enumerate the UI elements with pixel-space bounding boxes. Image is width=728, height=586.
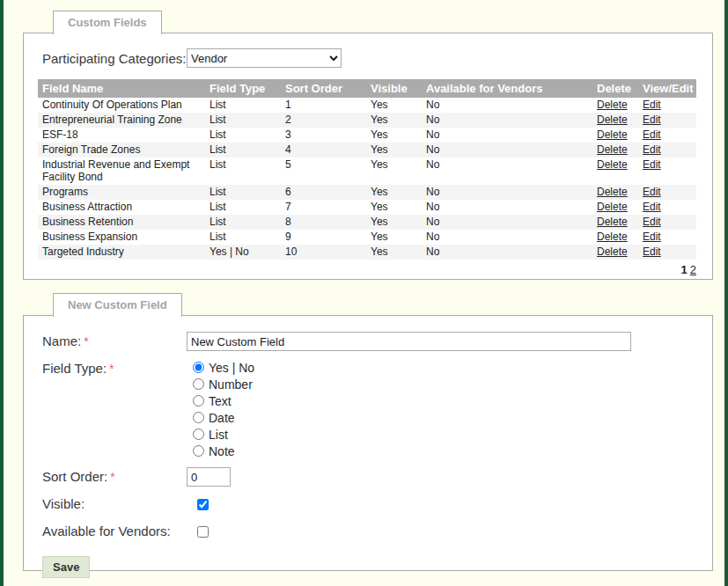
available-for-vendors-row: Available for Vendors: [42, 522, 712, 541]
cell-sort: 3 [281, 128, 366, 143]
visible-label: Visible: [42, 494, 187, 514]
field-type-radio[interactable] [193, 429, 204, 440]
visible-checkbox[interactable] [197, 499, 209, 510]
table-row: Business AttractionList7YesNoDeleteEdit [38, 200, 696, 215]
edit-link[interactable]: Edit [643, 114, 661, 126]
delete-link-cell: Delete [592, 128, 638, 143]
cell-vendors: No [422, 215, 592, 230]
field-type-radio[interactable] [193, 362, 204, 373]
delete-link-cell: Delete [592, 245, 638, 260]
cell-visible: Yes [366, 113, 422, 128]
cell-visible: Yes [366, 143, 422, 157]
field-type-radio[interactable] [193, 445, 204, 457]
field-type-option-label: Number [209, 377, 253, 392]
delete-link[interactable]: Delete [597, 216, 628, 228]
delete-link[interactable]: Delete [597, 143, 628, 156]
table-row: Business RetentionList8YesNoDeleteEdit [38, 215, 696, 230]
delete-link[interactable]: Delete [597, 158, 628, 171]
column-header: Visible [366, 79, 422, 98]
delete-link-cell: Delete [592, 143, 638, 157]
cell-visible: Yes [366, 200, 422, 215]
save-button[interactable]: Save [42, 556, 90, 578]
edit-link[interactable]: Edit [643, 186, 661, 198]
cell-visible: Yes [366, 185, 422, 200]
sort-order-input[interactable] [187, 467, 231, 487]
cell-visible: Yes [366, 230, 422, 245]
field-type-option[interactable]: Yes | No [193, 359, 254, 376]
edit-link[interactable]: Edit [643, 143, 661, 156]
cell-name: Business Attraction [38, 200, 205, 215]
cell-name: Foreign Trade Zones [38, 143, 205, 157]
cell-name: Business Expansion [38, 230, 205, 245]
edit-link-cell: Edit [638, 245, 696, 260]
page: Custom Fields Participating Categories: … [0, 0, 728, 586]
delete-link[interactable]: Delete [597, 99, 628, 111]
delete-link-cell: Delete [592, 185, 638, 200]
cell-name: ESF-18 [38, 128, 205, 143]
field-type-required-marker: * [109, 362, 114, 376]
edit-link[interactable]: Edit [643, 231, 661, 243]
edit-link[interactable]: Edit [643, 158, 661, 171]
cell-sort: 6 [281, 185, 366, 200]
field-type-option[interactable]: Text [193, 392, 254, 409]
cell-type: List [205, 113, 281, 128]
delete-link[interactable]: Delete [597, 245, 628, 258]
cell-sort: 8 [281, 215, 366, 230]
delete-link[interactable]: Delete [597, 186, 628, 198]
cell-vendors: No [422, 143, 592, 157]
cell-sort: 7 [281, 200, 366, 215]
edit-link[interactable]: Edit [643, 201, 661, 213]
cell-visible: Yes [366, 215, 422, 230]
field-type-label-text: Field Type: [42, 361, 107, 376]
edit-link[interactable]: Edit [643, 216, 661, 228]
field-type-option-label: List [209, 428, 228, 442]
table-row: Continuity Of Operations PlanList1YesNoD… [38, 98, 696, 113]
cell-type: List [205, 143, 281, 157]
delete-link[interactable]: Delete [597, 231, 628, 243]
available-for-vendors-label: Available for Vendors: [42, 522, 187, 541]
participating-categories-select[interactable]: Vendor [187, 48, 342, 68]
field-type-option[interactable]: List [193, 426, 254, 443]
edit-link[interactable]: Edit [643, 128, 661, 141]
edit-link[interactable]: Edit [643, 99, 661, 111]
edit-link[interactable]: Edit [643, 245, 661, 258]
sort-order-label: Sort Order:* [42, 467, 187, 487]
available-for-vendors-checkbox[interactable] [197, 526, 209, 538]
edit-link-cell: Edit [638, 113, 696, 128]
cell-visible: Yes [366, 98, 422, 113]
sort-order-row: Sort Order:* [42, 467, 712, 487]
field-type-row: Field Type:* Yes | NoNumberTextDateListN… [42, 359, 712, 459]
field-type-radio[interactable] [193, 412, 204, 423]
edit-link-cell: Edit [638, 215, 696, 230]
cell-name: Business Retention [38, 215, 205, 230]
cell-type: List [205, 200, 281, 215]
cell-name: Continuity Of Operations Plan [38, 98, 205, 113]
column-header: Field Type [205, 79, 281, 98]
participating-categories-row: Participating Categories: Vendor [24, 33, 712, 68]
delete-link[interactable]: Delete [597, 114, 628, 126]
cell-name: Programs [38, 185, 205, 200]
custom-fields-table-wrap: Field NameField TypeSort OrderVisibleAva… [38, 79, 695, 260]
delete-link-cell: Delete [592, 230, 638, 245]
table-row: ESF-18List3YesNoDeleteEdit [38, 128, 696, 143]
field-type-radio[interactable] [193, 395, 204, 407]
pagination-page-2-link[interactable]: 2 [690, 263, 696, 276]
field-type-option[interactable]: Date [193, 409, 254, 426]
table-row: ProgramsList6YesNoDeleteEdit [38, 185, 696, 200]
cell-vendors: No [422, 245, 592, 260]
field-type-option-label: Note [209, 444, 235, 458]
field-type-radio[interactable] [193, 378, 204, 390]
cell-vendors: No [422, 113, 592, 128]
delete-link[interactable]: Delete [597, 128, 628, 141]
custom-fields-table-body: Continuity Of Operations PlanList1YesNoD… [38, 98, 696, 260]
cell-vendors: No [422, 128, 592, 143]
cell-type: Yes | No [205, 245, 281, 260]
field-type-option[interactable]: Number [193, 376, 254, 392]
field-type-option[interactable]: Note [193, 443, 254, 459]
edit-link-cell: Edit [638, 200, 696, 215]
cell-vendors: No [422, 185, 592, 200]
delete-link[interactable]: Delete [597, 201, 628, 213]
cell-vendors: No [422, 230, 592, 245]
pagination-page-1: 1 [681, 263, 688, 276]
name-input[interactable] [187, 332, 631, 351]
